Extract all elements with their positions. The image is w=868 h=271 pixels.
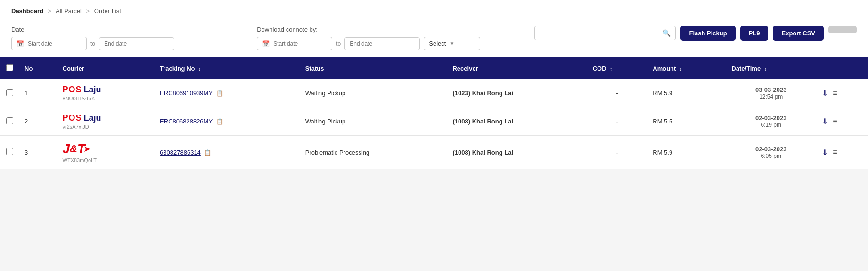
calendar-icon-2: 📅 bbox=[262, 40, 270, 47]
row-no-0: 1 bbox=[19, 79, 57, 107]
row-receiver-0: (1023) Khai Rong Lai bbox=[447, 79, 587, 107]
row-checkbox-col-2 bbox=[0, 136, 19, 169]
menu-icon-1[interactable]: ≡ bbox=[833, 117, 837, 126]
row-courier-0: POS Laju 8NU0HRvTxK bbox=[57, 79, 155, 107]
row-receiver-2: (1008) Khai Rong Lai bbox=[447, 136, 587, 169]
toolbar-buttons: 🔍 Flash Pickup PL9 Export CSV bbox=[534, 26, 857, 41]
header-amount: Amount ↕ bbox=[647, 57, 726, 79]
table-row: 2 POS Laju vr2sA7xtJD ERC806828826MY 📋 W… bbox=[0, 107, 868, 136]
sort-cod-icon[interactable]: ↕ bbox=[610, 66, 612, 72]
download-icon-0[interactable]: ⇓ bbox=[822, 89, 828, 98]
date-range-row: 📅 to bbox=[11, 37, 174, 50]
calendar-icon-1: 📅 bbox=[16, 40, 24, 47]
menu-icon-2[interactable]: ≡ bbox=[833, 148, 837, 156]
select-all-checkbox[interactable] bbox=[6, 64, 13, 71]
row-tracking-1: ERC806828826MY 📋 bbox=[154, 107, 300, 136]
row-checkbox-col-1 bbox=[0, 107, 19, 136]
tracking-link-1[interactable]: ERC806828826MY bbox=[160, 118, 213, 125]
toolbar: Date: 📅 to Download connote by: 📅 to bbox=[0, 19, 868, 57]
select-label: Select bbox=[429, 40, 446, 47]
header-checkbox-col bbox=[0, 57, 19, 79]
breadcrumb: Dashboard > All Parcel > Order List bbox=[0, 0, 868, 19]
row-amount-0: RM 5.9 bbox=[647, 79, 726, 107]
row-status-1: Waiting Pickup bbox=[300, 107, 447, 136]
download-label: Download connote by: bbox=[257, 26, 480, 33]
sort-amount-icon[interactable]: ↕ bbox=[680, 66, 682, 72]
download-icon-1[interactable]: ⇓ bbox=[822, 117, 828, 126]
row-courier-1: POS Laju vr2sA7xtJD bbox=[57, 107, 155, 136]
copy-icon-0[interactable]: 📋 bbox=[216, 90, 223, 97]
row-no-1: 2 bbox=[19, 107, 57, 136]
breadcrumb-all-parcel: All Parcel bbox=[56, 8, 82, 15]
header-datetime: Date/Time ↕ bbox=[726, 57, 816, 79]
row-actions-0: ⇓ ≡ bbox=[816, 79, 868, 107]
dl-start-date-input[interactable] bbox=[273, 41, 316, 47]
row-amount-2: RM 5.9 bbox=[647, 136, 726, 169]
row-actions-2: ⇓ ≡ bbox=[816, 136, 868, 169]
copy-icon-1[interactable]: 📋 bbox=[216, 118, 223, 125]
search-icon[interactable]: 🔍 bbox=[663, 29, 671, 37]
breadcrumb-dashboard: Dashboard bbox=[11, 8, 43, 15]
row-checkbox-1[interactable] bbox=[6, 117, 13, 124]
copy-icon-2[interactable]: 📋 bbox=[204, 149, 211, 156]
breadcrumb-sep1: > bbox=[48, 8, 52, 15]
header-courier: Courier bbox=[57, 57, 155, 79]
dl-end-date-input[interactable] bbox=[350, 41, 392, 47]
date-label: Date: bbox=[11, 26, 174, 33]
courier-poslaju-1: POS Laju vr2sA7xtJD bbox=[63, 113, 149, 130]
row-checkbox-col-0 bbox=[0, 79, 19, 107]
row-actions-1: ⇓ ≡ bbox=[816, 107, 868, 136]
row-courier-2: J & T ➤ WTX83mQoLT bbox=[57, 136, 155, 169]
download-icon-2[interactable]: ⇓ bbox=[822, 148, 828, 157]
search-box: 🔍 bbox=[534, 26, 676, 40]
download-date-row: 📅 to Select ▼ bbox=[257, 37, 480, 50]
row-amount-1: RM 5.5 bbox=[647, 107, 726, 136]
download-section: Download connote by: 📅 to Select ▼ bbox=[257, 26, 480, 50]
row-checkbox-2[interactable] bbox=[6, 148, 13, 155]
dl-end-date-wrapper bbox=[344, 37, 420, 50]
header-no: No bbox=[19, 57, 57, 79]
header-tracking-no: Tracking No ↕ bbox=[154, 57, 300, 79]
export-csv-button[interactable]: Export CSV bbox=[773, 26, 824, 41]
row-datetime-0: 03-03-2023 12:54 pm bbox=[726, 79, 816, 107]
courier-poslaju-0: POS Laju 8NU0HRvTxK bbox=[63, 85, 149, 101]
dl-start-date-wrapper: 📅 bbox=[257, 37, 332, 50]
sort-datetime-icon[interactable]: ↕ bbox=[764, 66, 767, 72]
row-datetime-1: 02-03-2023 6:19 pm bbox=[726, 107, 816, 136]
orders-table: No Courier Tracking No ↕ Status Receiver… bbox=[0, 57, 868, 169]
row-tracking-0: ERC806910939MY 📋 bbox=[154, 79, 300, 107]
end-date-wrapper bbox=[99, 37, 174, 50]
search-input[interactable] bbox=[540, 30, 660, 36]
start-date-input[interactable] bbox=[28, 41, 70, 47]
row-cod-2: - bbox=[587, 136, 647, 169]
menu-icon-0[interactable]: ≡ bbox=[833, 89, 837, 98]
tracking-link-0[interactable]: ERC806910939MY bbox=[160, 90, 213, 97]
row-receiver-1: (1008) Khai Rong Lai bbox=[447, 107, 587, 136]
header-cod: COD ↕ bbox=[587, 57, 647, 79]
sort-tracking-icon[interactable]: ↕ bbox=[198, 66, 201, 72]
breadcrumb-sep2: > bbox=[86, 8, 90, 15]
header-actions bbox=[816, 57, 868, 79]
to-label-1: to bbox=[90, 41, 95, 47]
breadcrumb-order-list: Order List bbox=[94, 8, 121, 15]
end-date-input[interactable] bbox=[104, 41, 147, 47]
row-tracking-2: 630827886314 📋 bbox=[154, 136, 300, 169]
select-dropdown[interactable]: Select ▼ bbox=[424, 37, 480, 50]
flash-pickup-button[interactable]: Flash Pickup bbox=[680, 26, 735, 41]
toolbar-left: Date: 📅 to bbox=[11, 26, 174, 50]
pl9-button[interactable]: PL9 bbox=[740, 26, 769, 41]
row-cod-0: - bbox=[587, 79, 647, 107]
row-no-2: 3 bbox=[19, 136, 57, 169]
row-cod-1: - bbox=[587, 107, 647, 136]
courier-jnt-2: J & T ➤ WTX83mQoLT bbox=[63, 141, 149, 163]
table-header-row: No Courier Tracking No ↕ Status Receiver… bbox=[0, 57, 868, 79]
header-receiver: Receiver bbox=[447, 57, 587, 79]
table-row: 3 J & T ➤ WTX83mQoLT 630827886314 📋 Prob… bbox=[0, 136, 868, 169]
start-date-wrapper: 📅 bbox=[11, 37, 87, 50]
tracking-link-2[interactable]: 630827886314 bbox=[160, 149, 201, 156]
table-row: 1 POS Laju 8NU0HRvTxK ERC806910939MY 📋 W… bbox=[0, 79, 868, 107]
chevron-down-icon: ▼ bbox=[450, 41, 454, 46]
row-status-0: Waiting Pickup bbox=[300, 79, 447, 107]
row-checkbox-0[interactable] bbox=[6, 89, 13, 96]
header-status: Status bbox=[300, 57, 447, 79]
